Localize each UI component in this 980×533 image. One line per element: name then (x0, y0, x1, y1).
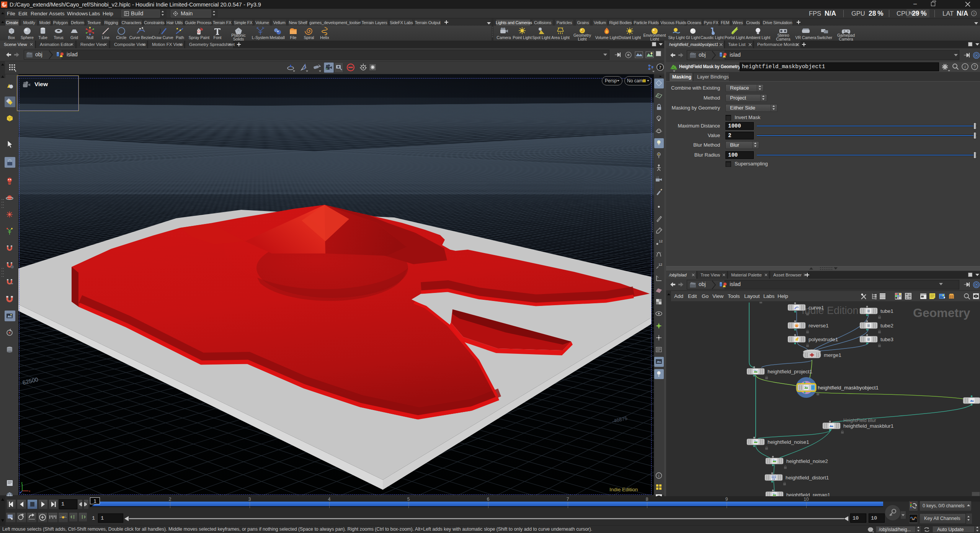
svg-text:polyextrude1: polyextrude1 (808, 337, 838, 342)
svg-text:reverse1: reverse1 (808, 323, 829, 329)
svg-text:heightfield_noise1: heightfield_noise1 (768, 439, 809, 445)
svg-text:heightfield_noise2: heightfield_noise2 (786, 458, 828, 464)
svg-text:z: z (20, 491, 21, 494)
svg-text:tube3: tube3 (880, 337, 893, 342)
svg-text:HeightField Blur: HeightField Blur (843, 418, 876, 423)
svg-text:curve1: curve1 (808, 305, 824, 311)
svg-text:?: ? (973, 12, 975, 16)
svg-text:i: i (658, 474, 660, 478)
svg-text:heightfield_project1: heightfield_project1 (768, 369, 812, 374)
svg-text:tube1: tube1 (880, 308, 893, 314)
svg-text:12: 12 (659, 239, 663, 243)
svg-text:Geometry: Geometry (913, 306, 970, 320)
svg-text:y: y (21, 481, 23, 484)
svg-text:heightfield_maskblur1: heightfield_maskblur1 (843, 423, 893, 429)
svg-text:heightfield_remap1: heightfield_remap1 (786, 492, 830, 497)
svg-text:12: 12 (658, 263, 662, 266)
svg-text:?: ? (973, 64, 976, 69)
svg-text:x: x (29, 489, 30, 493)
svg-text:?: ? (659, 65, 662, 70)
svg-text:heightfield_distort1: heightfield_distort1 (786, 475, 829, 481)
svg-text:tube2: tube2 (880, 323, 893, 329)
svg-text:merge1: merge1 (824, 352, 841, 358)
svg-text:i: i (964, 64, 965, 69)
svg-text:heightfield_maskbyobject1: heightfield_maskbyobject1 (818, 385, 879, 391)
